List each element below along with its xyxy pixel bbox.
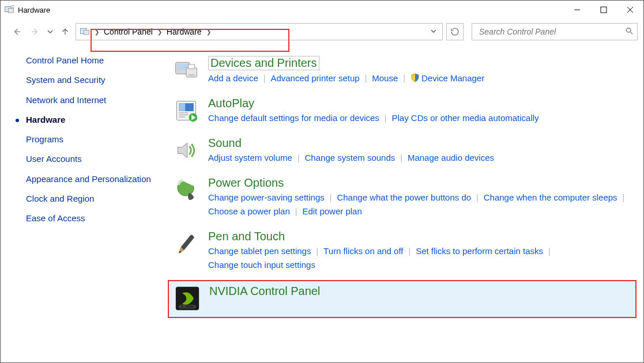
separator: | bbox=[379, 112, 392, 124]
category-autoplay[interactable]: AutoPlayChange default settings for medi… bbox=[168, 93, 637, 130]
caption-buttons bbox=[564, 1, 643, 19]
sidebar-item-programs[interactable]: Programs bbox=[26, 134, 162, 145]
svg-rect-4 bbox=[601, 7, 607, 13]
category-pen-touch[interactable]: Pen and TouchChange tablet pen settings|… bbox=[168, 226, 637, 277]
task-link[interactable]: Advanced printer setup bbox=[270, 71, 359, 85]
separator: | bbox=[395, 152, 408, 164]
category-links: Change power-saving settings|Change what… bbox=[208, 191, 632, 218]
sound-icon bbox=[172, 137, 200, 164]
separator: | bbox=[311, 245, 323, 258]
category-sound[interactable]: SoundAdjust system volume|Change system … bbox=[168, 133, 637, 169]
category-nvidia[interactable]: NVIDIA Control Panel bbox=[168, 280, 637, 318]
nvidia-icon bbox=[174, 285, 201, 312]
sidebar-item-control-panel-home[interactable]: Control Panel Home bbox=[26, 55, 162, 66]
category-title[interactable]: NVIDIA Control Panel bbox=[209, 285, 320, 298]
category-links: Add a device|Advanced printer setup|Mous… bbox=[208, 71, 632, 85]
task-link[interactable]: Change default settings for media or dev… bbox=[208, 111, 379, 125]
task-link[interactable]: Manage audio devices bbox=[408, 151, 494, 165]
up-button[interactable] bbox=[57, 24, 73, 40]
task-link[interactable]: Adjust system volume bbox=[208, 151, 292, 165]
svg-point-2 bbox=[12, 5, 14, 8]
category-links: Change tablet pen settings|Turn flicks o… bbox=[208, 244, 632, 272]
autoplay-icon bbox=[172, 97, 200, 124]
close-button[interactable] bbox=[617, 1, 643, 19]
power-icon bbox=[172, 176, 200, 204]
chevron-right-icon[interactable]: ❯ bbox=[155, 29, 164, 35]
recent-locations-button[interactable] bbox=[46, 24, 55, 40]
task-link[interactable]: Change what the power buttons do bbox=[337, 191, 471, 205]
svg-rect-1 bbox=[9, 8, 14, 13]
sidebar-item-clock-and-region[interactable]: Clock and Region bbox=[26, 193, 162, 205]
breadcrumb-current[interactable]: Hardware bbox=[167, 27, 202, 36]
separator: | bbox=[258, 72, 271, 85]
sidebar: Control Panel HomeSystem and SecurityNet… bbox=[1, 44, 168, 362]
separator: | bbox=[617, 191, 630, 204]
app-icon bbox=[4, 4, 14, 16]
svg-line-12 bbox=[630, 32, 632, 34]
navigation-bar: ❯ Control Panel ❯ Hardware ❯ bbox=[1, 19, 643, 44]
task-link[interactable]: Add a device bbox=[208, 71, 258, 85]
task-link[interactable]: Change tablet pen settings bbox=[208, 244, 311, 258]
maximize-button[interactable] bbox=[590, 1, 617, 19]
minimize-button[interactable] bbox=[564, 1, 590, 19]
titlebar: Hardware bbox=[1, 1, 643, 19]
search-input[interactable] bbox=[478, 27, 625, 37]
search-box[interactable] bbox=[472, 23, 638, 40]
sidebar-item-user-accounts[interactable]: User Accounts bbox=[26, 153, 162, 165]
task-link[interactable]: Mouse bbox=[372, 71, 398, 85]
back-button[interactable] bbox=[9, 24, 25, 40]
search-icon[interactable] bbox=[625, 27, 634, 37]
sidebar-item-network-and-internet[interactable]: Network and Internet bbox=[26, 94, 162, 106]
category-title[interactable]: Power Options bbox=[208, 176, 284, 190]
category-title[interactable]: Pen and Touch bbox=[208, 230, 285, 243]
task-link[interactable]: Change touch input settings bbox=[208, 258, 315, 272]
address-dropdown-button[interactable] bbox=[427, 28, 440, 35]
task-link[interactable]: Change system sounds bbox=[305, 151, 396, 165]
category-power[interactable]: Power OptionsChange power-saving setting… bbox=[168, 173, 637, 223]
sidebar-item-ease-of-access[interactable]: Ease of Access bbox=[26, 213, 162, 224]
main-panel: Devices and PrintersAdd a device|Advance… bbox=[168, 44, 643, 362]
sidebar-item-hardware[interactable]: Hardware bbox=[26, 114, 162, 126]
separator: | bbox=[290, 205, 303, 218]
task-link[interactable]: Play CDs or other media automatically bbox=[391, 111, 538, 125]
category-links: Change default settings for media or dev… bbox=[208, 111, 632, 125]
separator: | bbox=[404, 245, 416, 258]
forward-button[interactable] bbox=[27, 24, 43, 40]
address-bar[interactable]: ❯ Control Panel ❯ Hardware ❯ bbox=[76, 23, 443, 40]
sidebar-item-appearance-and-personalization[interactable]: Appearance and Personalization bbox=[26, 173, 162, 185]
task-link[interactable]: Change when the computer sleeps bbox=[484, 191, 617, 205]
category-title[interactable]: AutoPlay bbox=[208, 97, 254, 110]
separator: | bbox=[360, 72, 372, 85]
task-link[interactable]: Edit power plan bbox=[302, 205, 361, 218]
separator: | bbox=[292, 152, 305, 164]
window-title: Hardware bbox=[18, 6, 50, 14]
svg-point-11 bbox=[627, 28, 631, 33]
content-area: Control Panel HomeSystem and SecurityNet… bbox=[1, 44, 643, 362]
separator: | bbox=[398, 72, 410, 85]
refresh-button[interactable] bbox=[446, 23, 464, 40]
category-links: Adjust system volume|Change system sound… bbox=[208, 151, 632, 165]
sidebar-item-system-and-security[interactable]: System and Security bbox=[26, 74, 162, 86]
task-link[interactable]: Turn flicks on and off bbox=[323, 244, 403, 258]
window-title-area: Hardware bbox=[4, 4, 564, 16]
pen-touch-icon bbox=[172, 230, 200, 258]
chevron-right-icon[interactable]: ❯ bbox=[92, 29, 101, 35]
category-title[interactable]: Sound bbox=[208, 137, 242, 150]
address-icon bbox=[80, 26, 90, 38]
devices-printers-icon bbox=[172, 56, 200, 84]
task-link[interactable]: Set flicks to perform certain tasks bbox=[416, 244, 543, 258]
task-link[interactable]: Choose a power plan bbox=[208, 205, 290, 218]
task-link[interactable]: Change power-saving settings bbox=[208, 191, 325, 205]
shield-icon bbox=[410, 73, 420, 82]
separator: | bbox=[471, 191, 484, 204]
task-link[interactable]: Device Manager bbox=[410, 71, 484, 85]
breadcrumb-root[interactable]: Control Panel bbox=[104, 27, 153, 36]
separator: | bbox=[543, 245, 556, 258]
category-devices-printers[interactable]: Devices and PrintersAdd a device|Advance… bbox=[168, 52, 637, 90]
category-title[interactable]: Devices and Printers bbox=[208, 56, 319, 70]
svg-rect-10 bbox=[84, 30, 89, 35]
chevron-right-icon[interactable]: ❯ bbox=[204, 29, 213, 35]
separator: | bbox=[325, 191, 337, 204]
